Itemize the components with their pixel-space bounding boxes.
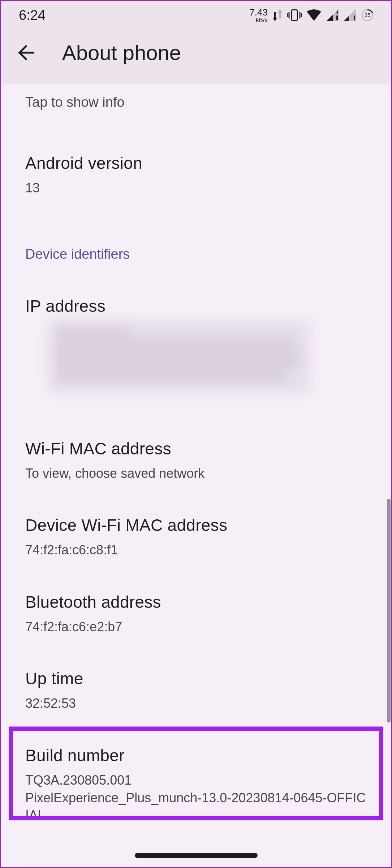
- uptime-item[interactable]: Up time 32:52:53: [1, 640, 391, 717]
- android-version-item[interactable]: Android version 13: [1, 110, 391, 201]
- ip-address-item[interactable]: IP address: [1, 264, 391, 397]
- build-number-item[interactable]: Build number TQ3A.230805.001 PixelExperi…: [1, 717, 391, 829]
- device-identifiers-header: Device identifiers: [1, 201, 391, 264]
- svg-text:4: 4: [336, 9, 339, 15]
- network-speed-unit: kB/s: [256, 17, 268, 23]
- ip-address-redacted: [50, 321, 310, 393]
- gesture-nav-handle[interactable]: [135, 853, 258, 858]
- svg-rect-6: [336, 16, 338, 20]
- item-value: TQ3A.230805.001 PixelExperience_Plus_mun…: [25, 772, 367, 824]
- item-title: Up time: [25, 669, 367, 688]
- scrollbar-thumb[interactable]: [387, 499, 391, 723]
- item-title: IP address: [25, 296, 367, 316]
- network-speed-indicator: 7.43 kB/s: [249, 8, 268, 23]
- item-title: Wi-Fi MAC address: [25, 439, 367, 458]
- signal-sim2-icon: [344, 9, 356, 21]
- arrow-left-icon: [17, 44, 35, 61]
- network-speed-value: 7.43: [249, 8, 268, 17]
- svg-text:35: 35: [365, 12, 371, 18]
- device-wifi-mac-item[interactable]: Device Wi-Fi MAC address 74:f2:fa:c6:c8:…: [1, 487, 391, 563]
- item-value: 13: [25, 179, 367, 197]
- data-arrows-icon: [273, 9, 282, 21]
- wifi-mac-item[interactable]: Wi-Fi MAC address To view, choose saved …: [1, 397, 391, 487]
- vibrate-icon: [287, 9, 302, 21]
- item-title: Build number: [25, 746, 367, 765]
- page-title: About phone: [62, 40, 181, 65]
- app-bar: About phone: [1, 30, 391, 84]
- status-time: 6:24: [19, 8, 46, 23]
- wifi-icon: [307, 9, 321, 21]
- signal-sim1-icon: 4: [326, 9, 339, 21]
- item-value: 74:f2:fa:c6:e2:b7: [25, 618, 367, 636]
- item-title: Android version: [25, 153, 367, 173]
- bluetooth-address-item[interactable]: Bluetooth address 74:f2:fa:c6:e2:b7: [1, 563, 391, 640]
- item-title: Bluetooth address: [25, 592, 367, 612]
- svg-rect-0: [292, 10, 297, 21]
- item-value: To view, choose saved network: [25, 465, 367, 483]
- item-value: 74:f2:fa:c6:c8:f1: [25, 541, 367, 559]
- status-icons: 7.43 kB/s 4 35: [249, 8, 374, 23]
- tap-to-show-info-hint[interactable]: Tap to show info: [1, 84, 391, 110]
- item-value: 32:52:53: [25, 695, 367, 712]
- svg-rect-8: [354, 16, 355, 20]
- status-bar: 6:24 7.43 kB/s 4 35: [1, 1, 391, 30]
- back-button[interactable]: [15, 42, 37, 64]
- item-title: Device Wi-Fi MAC address: [25, 515, 367, 535]
- battery-icon: 35: [361, 9, 374, 22]
